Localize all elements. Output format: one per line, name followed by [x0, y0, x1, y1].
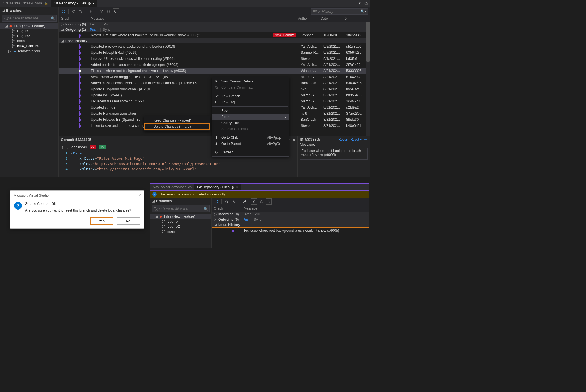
chevron-collapse-icon[interactable]: ◢ — [2, 8, 5, 12]
search-icon[interactable]: 🔍 — [51, 16, 55, 20]
branches-tree: ◢ ◆ Files (New_Feature) BugFixBugFix2mai… — [0, 23, 58, 54]
ctx-item[interactable]: ⇞Go to ChildAlt+PgUp — [212, 135, 289, 141]
branch-item[interactable]: BugFix2 — [0, 33, 58, 38]
revert-link[interactable]: Revert — [338, 138, 348, 141]
branch-item[interactable]: BugFix — [0, 29, 58, 33]
info-icon: i — [152, 192, 157, 197]
commit-row-hl[interactable]: Fix issue where root background brush wo… — [212, 227, 369, 234]
repo-node-2[interactable]: ◢ ◆ Files (New_Feature) — [150, 214, 211, 219]
yes-button[interactable]: Yes — [90, 217, 113, 225]
repo-node[interactable]: ◢ ◆ Files (New_Feature) — [0, 23, 58, 29]
section-incoming-2[interactable]: ▷Incoming (0) Fetch|Pull — [212, 212, 369, 217]
svg-point-24 — [109, 10, 110, 11]
tb2c[interactable]: ⎇ — [241, 198, 247, 205]
commit-row[interactable]: Revert "Fix issue where root background … — [59, 32, 370, 38]
pin-icon[interactable]: ⊕ — [88, 1, 91, 6]
col-date[interactable]: Date — [321, 17, 343, 20]
tb2d[interactable]: ⎌ — [251, 198, 257, 205]
svg-point-25 — [109, 12, 110, 13]
prev-commit-icon[interactable]: ↑ — [61, 145, 63, 149]
tb2e[interactable]: ⎌ — [258, 198, 264, 205]
col-message[interactable]: Message — [91, 17, 298, 20]
svg-point-31 — [164, 226, 165, 226]
col-id[interactable]: ID — [343, 17, 366, 20]
branch-item[interactable]: main — [150, 229, 211, 234]
filter-icon-1[interactable] — [71, 8, 77, 14]
search-icon[interactable]: 🔍 — [204, 207, 208, 211]
branch-item[interactable]: main — [0, 38, 58, 43]
tb2b[interactable]: ⊚ — [231, 198, 237, 205]
section-local[interactable]: ◢ Local History — [59, 38, 370, 43]
tab-git-repo-2[interactable]: Git Repository - Files ⊕ × — [194, 184, 241, 190]
section-outgoing-2[interactable]: ▷Outgoing (0) Push|Sync — [212, 217, 369, 222]
svg-point-22 — [107, 10, 108, 11]
more-icon[interactable]: ⋯ — [364, 138, 368, 141]
reset-link[interactable]: Reset ▾ — [350, 138, 362, 141]
diff-removed: -2 — [90, 145, 96, 149]
filter-history-input[interactable] — [311, 8, 368, 15]
parent-icon: ⇟ — [214, 141, 219, 146]
close-icon[interactable]: × — [236, 185, 238, 189]
remotes-node[interactable]: ▷ ☁ remotes/origin — [0, 48, 58, 54]
commit-row[interactable]: Update Files.pt-BR.xlf (#6019)Samuel R..… — [59, 50, 370, 56]
document-tabs: C:\Users\ta...3ca120.xaml 🔒 Git Reposito… — [0, 0, 370, 7]
refresh-icon[interactable] — [60, 8, 66, 14]
ctx-item[interactable]: Revert — [212, 108, 289, 114]
svg-point-2 — [12, 32, 13, 33]
tag-toggle[interactable] — [113, 8, 119, 14]
svg-point-27 — [163, 222, 163, 223]
branch-filter-input[interactable] — [2, 15, 57, 22]
col-author[interactable]: Author — [298, 17, 321, 20]
branch-item[interactable]: BugFix2 — [150, 224, 211, 229]
ctx-item: Squash Commits... — [212, 126, 289, 132]
window-dropdown-icon[interactable]: ▼ — [358, 2, 361, 5]
lock-icon: 🔒 — [44, 2, 48, 5]
columns-header: Graph Message Author Date ID — [59, 16, 370, 22]
next-commit-icon[interactable]: ↓ — [66, 145, 68, 149]
close-icon[interactable]: × — [139, 192, 142, 197]
close-icon[interactable]: × — [293, 138, 295, 142]
ctx-item[interactable]: Cherry-Pick — [212, 120, 289, 126]
graph-mode-1[interactable] — [98, 8, 104, 14]
svg-point-19 — [100, 10, 101, 11]
tab-git-repo[interactable]: Git Repository - Files ⊕ × — [51, 0, 97, 7]
close-icon[interactable]: × — [92, 1, 95, 6]
scrollbar[interactable] — [366, 22, 370, 136]
refresh-icon[interactable] — [213, 198, 219, 205]
svg-point-0 — [366, 3, 367, 4]
question-icon: ? — [14, 202, 22, 210]
section-outgoing[interactable]: ◢ Outgoing (1) Push | Sync — [59, 27, 370, 32]
no-button[interactable]: No — [117, 217, 140, 225]
branch-icon[interactable] — [88, 8, 94, 14]
ctx-item[interactable]: ⇟Go to ParentAlt+PgDn — [212, 141, 289, 147]
branch-item[interactable]: New_Feature — [0, 43, 58, 48]
ctx-item[interactable]: ↻Refresh — [212, 149, 289, 155]
branch-icon: ⎇ — [214, 94, 219, 98]
branch-filter-input-2[interactable] — [152, 205, 210, 212]
tab-git-repo-label: Git Repository - Files — [54, 1, 86, 5]
commit-row[interactable]: Fix issue where root background brush wo… — [59, 68, 370, 74]
commit-row[interactable]: Added border to status bar to match desi… — [59, 62, 370, 68]
dialog-heading: Source Control - Git — [25, 202, 131, 206]
section-incoming[interactable]: ▷ Incoming (0) Fetch | Pull — [59, 22, 370, 27]
commit-row[interactable]: Improve UI responsiveness while enumerat… — [59, 56, 370, 62]
graph-mode-2[interactable] — [106, 8, 112, 14]
search-icon[interactable]: 🔍▾ — [360, 9, 367, 14]
ctx-item[interactable]: 🏷New Tag... — [212, 99, 289, 105]
tb2f[interactable]: ◇ — [266, 198, 272, 205]
gear-icon[interactable] — [364, 1, 368, 5]
section-local-2[interactable]: ◢Local History — [212, 222, 369, 227]
pin-icon[interactable]: ⊕ — [231, 185, 234, 189]
tb2a[interactable]: ⊘ — [223, 198, 230, 205]
branch-item[interactable]: BugFix — [150, 219, 211, 224]
commit-row[interactable]: Updated preview pane background and bord… — [59, 43, 370, 50]
ctx-item[interactable]: Delete Changes (--hard) — [144, 123, 210, 130]
filter-icon-2[interactable] — [78, 8, 84, 14]
ctx-item[interactable]: 🗎View Commit Details — [212, 78, 289, 84]
col-graph[interactable]: Graph — [61, 17, 91, 20]
ctx-item[interactable]: Keep Changes (--mixed) — [144, 117, 210, 123]
ctx-item[interactable]: ⎇New Branch... — [212, 93, 289, 99]
tab-file[interactable]: C:\Users\ta...3ca120.xaml 🔒 — [0, 0, 51, 7]
tab-other-file[interactable]: NavToolbarViewModel.cs — [150, 184, 194, 190]
ctx-item[interactable]: Reset▸ — [212, 114, 289, 120]
